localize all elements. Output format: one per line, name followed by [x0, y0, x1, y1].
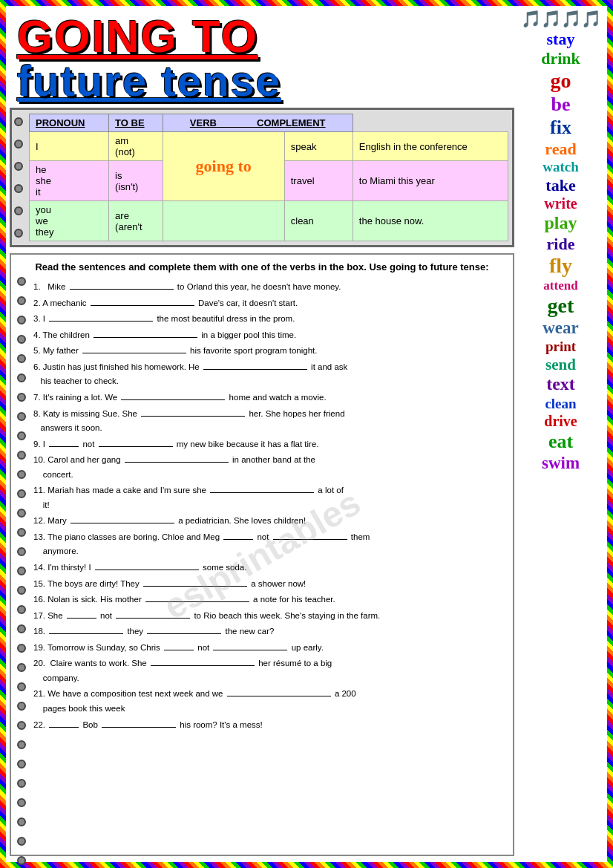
- spiral-dot: [17, 393, 26, 402]
- cell-pronoun: hesheit: [30, 161, 109, 201]
- blank[interactable]: [49, 321, 153, 322]
- blank[interactable]: [116, 618, 190, 619]
- sidebar-word-write: write: [518, 195, 603, 212]
- list-item: 13. The piano classes are boring. Chloe …: [33, 530, 505, 559]
- sidebar-word-go: go: [518, 69, 603, 93]
- list-item: 17. She not to Rio beach this week. She'…: [33, 609, 505, 624]
- title-line1: GOING TO: [17, 13, 507, 59]
- cell-tobe: is(isn't): [109, 161, 163, 201]
- cell-tobe: am(not): [109, 132, 163, 161]
- spiral-dot: [17, 721, 26, 730]
- list-item: 3. I the most beautiful dress in the pro…: [33, 312, 505, 327]
- spiral-dot: [17, 702, 26, 711]
- exercises-header: Read the sentences and complete them wit…: [19, 261, 505, 274]
- blank[interactable]: [213, 650, 287, 650]
- spiral-dot: [14, 140, 23, 149]
- sidebar-word-get: get: [518, 294, 603, 318]
- spiral-dot: [17, 779, 26, 788]
- blank[interactable]: [164, 650, 194, 650]
- spiral-dot: [17, 605, 26, 614]
- blank[interactable]: [94, 337, 197, 338]
- blank[interactable]: [67, 618, 96, 619]
- spiral-dot: [17, 489, 26, 498]
- list-item: 9. I not my new bike because it has a fl…: [33, 437, 505, 452]
- header-pronoun: PRONOUN: [30, 114, 109, 132]
- blank[interactable]: [70, 289, 174, 290]
- spiral-dot: [17, 624, 26, 633]
- sidebar-word-swim: swim: [518, 454, 603, 473]
- list-item: 5. My father his favorite sport program …: [33, 344, 505, 359]
- sidebar-word-clean: clean: [518, 396, 603, 412]
- list-item: 4. The children in a bigger pool this ti…: [33, 328, 505, 343]
- list-item: 16. Nolan is sick. His mother a note for…: [33, 593, 505, 607]
- spiral-dot: [17, 277, 26, 286]
- spiral-dot: [17, 818, 26, 826]
- sidebar-word-play: play: [518, 213, 603, 234]
- sidebar-word-stay: stay: [518, 30, 603, 48]
- blank[interactable]: [151, 665, 255, 666]
- cell-pronoun: youwethey: [30, 201, 109, 241]
- outer-border: GOING TO future tense: [0, 0, 613, 868]
- blank[interactable]: [71, 523, 174, 523]
- list-item: 7. It's raining a lot. We home and watch…: [33, 391, 505, 405]
- spiral-dot: [17, 354, 26, 363]
- spiral-dot: [17, 335, 26, 344]
- blank[interactable]: [210, 492, 314, 493]
- spiral-dot: [17, 296, 26, 305]
- sidebar-word-take: take: [518, 176, 603, 195]
- sidebar-word-watch: watch: [518, 159, 603, 175]
- spiral-dot: [17, 470, 26, 479]
- sidebar-word-wear: wear: [518, 319, 603, 338]
- blank[interactable]: [147, 633, 221, 634]
- blank[interactable]: [95, 570, 199, 570]
- sidebar-word-text: text: [518, 374, 603, 395]
- blank[interactable]: [227, 696, 331, 696]
- blank[interactable]: [143, 586, 247, 587]
- blank[interactable]: [49, 727, 79, 728]
- sidebar-word-ride: ride: [518, 235, 603, 253]
- spiral-dot: [14, 184, 23, 193]
- blank[interactable]: [273, 539, 347, 540]
- cell-complement: to Miami this year: [353, 161, 508, 201]
- grammar-table: PRONOUN TO BE VERB COMPLEMENT I am(not) …: [29, 114, 508, 241]
- blank[interactable]: [49, 446, 79, 447]
- list-item: 20. Claire wants to work. She her résumé…: [33, 656, 505, 685]
- blank[interactable]: [141, 416, 245, 417]
- sidebar-word-fix: fix: [518, 117, 603, 139]
- blank[interactable]: [49, 633, 123, 634]
- sidebar-word-eat: eat: [518, 431, 603, 453]
- blank[interactable]: [99, 446, 173, 447]
- spiral-dot: [17, 373, 26, 382]
- list-item: 12. Mary a pediatrician. She loves child…: [33, 514, 505, 529]
- list-item: 15. The boys are dirty! They a shower no…: [33, 577, 505, 592]
- blank[interactable]: [223, 539, 253, 540]
- spiral-dot: [14, 229, 23, 238]
- list-item: 11. Mariah has made a cake and I'm sure …: [33, 483, 505, 512]
- blank[interactable]: [203, 369, 307, 370]
- going-to-cell: going to: [163, 132, 284, 201]
- blank[interactable]: [91, 305, 194, 306]
- sidebar-word-drink: drink: [518, 49, 603, 68]
- spiral-dot: [17, 663, 26, 672]
- blank[interactable]: [145, 601, 249, 602]
- spiral-dot: [14, 117, 23, 126]
- sidebar-decoration: 🎵🎵🎵🎵: [521, 11, 601, 27]
- spiral-dots-exercises: [17, 277, 26, 868]
- list-item: 14. I'm thirsty! I some soda.: [33, 561, 505, 575]
- inner-wrapper: GOING TO future tense: [6, 6, 607, 862]
- spiral-dot: [17, 316, 26, 324]
- blank[interactable]: [82, 353, 186, 353]
- spiral-dot: [17, 547, 26, 556]
- cell-complement: English in the conference: [353, 132, 508, 161]
- spiral-dot: [17, 856, 26, 865]
- spiral-dot: [17, 798, 26, 807]
- list-item: 10. Carol and her gang in another band a…: [33, 453, 505, 482]
- cell-complement: the house now.: [353, 201, 508, 241]
- cell-verb: clean: [284, 201, 353, 241]
- header-verb: VERB COMPLEMENT: [163, 114, 353, 132]
- blank[interactable]: [102, 727, 176, 728]
- list-item: 22. Bob his room? It's a mess!: [33, 718, 505, 733]
- header-to-be: TO BE: [109, 114, 163, 132]
- blank[interactable]: [121, 399, 225, 400]
- blank[interactable]: [125, 462, 229, 463]
